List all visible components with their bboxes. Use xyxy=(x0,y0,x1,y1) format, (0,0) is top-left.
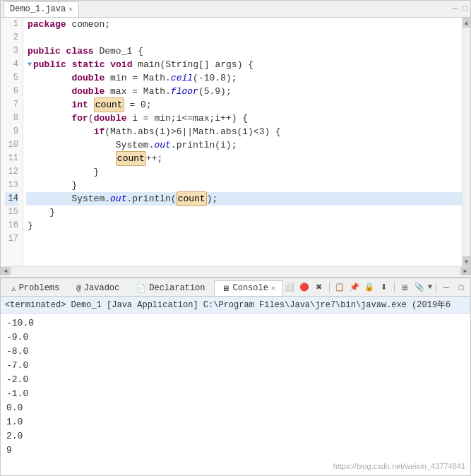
token: double xyxy=(94,112,133,125)
output-line-10: 9 xyxy=(6,444,465,458)
console-toolbar: ⬜ 🔴 ✖ 📋 📌 🔒 ⬇ 🖥 📎 ▼ ─ □ xyxy=(283,281,467,294)
token: comeon; xyxy=(71,18,110,31)
code-line-11: count++; xyxy=(26,152,462,165)
hscroll-right-btn[interactable]: ▶ xyxy=(460,267,470,275)
clear-console-btn[interactable]: ⬜ xyxy=(283,281,296,294)
token: out xyxy=(154,138,170,152)
fold-arrow-icon[interactable]: ▼ xyxy=(28,58,32,71)
token: main(String[] args) { xyxy=(138,58,254,71)
output-line-5: -2.0 xyxy=(6,373,465,387)
token: static xyxy=(72,58,111,71)
copy-btn[interactable]: 📋 xyxy=(333,281,346,294)
console-output: -10.0 -9.0 -8.0 -7.0 -2.0 -1.0 0.0 1.0 2… xyxy=(1,314,470,475)
token: ceil xyxy=(171,71,193,85)
code-line-5: double min = Math.ceil(-10.8); xyxy=(26,71,462,85)
scroll-lock-btn[interactable]: 🔒 xyxy=(363,281,376,294)
hscroll-left-btn[interactable]: ◀ xyxy=(1,267,11,275)
editor-tab-demo1[interactable]: Demo_1.java ✕ xyxy=(4,1,79,17)
scrollbar-track[interactable] xyxy=(463,28,471,256)
tab-console[interactable]: 🖥 Console ✕ xyxy=(214,280,282,296)
token: ); xyxy=(207,192,218,206)
scroll-end-btn[interactable]: ⬇ xyxy=(378,281,390,294)
token: (5.9); xyxy=(198,85,232,98)
token: max = Math. xyxy=(110,85,171,98)
token: System. xyxy=(28,192,110,206)
code-line-3: public class Demo_1 { xyxy=(26,44,462,58)
editor-scrollbar[interactable]: ▲ ▼ xyxy=(462,18,470,266)
console-close-icon[interactable]: ✕ xyxy=(271,284,275,292)
token: Demo_1 { xyxy=(99,44,143,58)
output-line-7: 0.0 xyxy=(6,401,465,415)
pin-btn[interactable]: 📎 xyxy=(413,281,426,294)
count-token-11: count xyxy=(116,151,146,166)
editor-tab-controls: ─ □ xyxy=(453,5,467,13)
token: if xyxy=(94,125,105,138)
code-line-2 xyxy=(26,31,462,44)
maximize-icon[interactable]: □ xyxy=(463,5,467,13)
ln-13: 13 xyxy=(5,179,18,192)
maximize-panel-btn[interactable]: □ xyxy=(455,281,467,294)
code-line-10: System.out.println(i); xyxy=(26,138,462,152)
remove-launch-btn[interactable]: ✖ xyxy=(313,281,326,294)
token: void xyxy=(110,58,138,71)
tab-javadoc-label: Javadoc xyxy=(84,283,119,293)
code-area[interactable]: package comeon; public class Demo_1 { ▼p… xyxy=(23,18,462,266)
ln-15: 15 xyxy=(5,206,18,219)
console-panel: ⚠ Problems @ Javadoc 📄 Declaration 🖥 Con… xyxy=(0,277,471,476)
tab-problems[interactable]: ⚠ Problems xyxy=(4,280,67,296)
scroll-down-btn[interactable]: ▼ xyxy=(463,256,471,266)
tab-console-label: Console xyxy=(232,283,268,293)
token: floor xyxy=(171,85,198,98)
token xyxy=(28,125,94,138)
editor-hscrollbar[interactable]: ◀ ▶ xyxy=(1,266,470,275)
ln-1: 1 xyxy=(5,18,18,31)
tab-label: Demo_1.java xyxy=(10,4,66,14)
terminate-btn[interactable]: 🔴 xyxy=(298,281,311,294)
editor-tab-bar: Demo_1.java ✕ ─ □ xyxy=(1,1,470,18)
minimize-panel-btn[interactable]: ─ xyxy=(440,281,453,294)
ln-10: 10 xyxy=(5,138,18,152)
token: .println(i); xyxy=(171,138,237,152)
token xyxy=(28,85,71,98)
paste-btn[interactable]: 📌 xyxy=(348,281,361,294)
token: } xyxy=(28,219,33,232)
line-numbers: 1 2 3 4 5 6 7 8 9 10 11 12 13 14 15 16 1… xyxy=(1,18,23,266)
console-tabs: ⚠ Problems @ Javadoc 📄 Declaration 🖥 Con… xyxy=(4,278,283,296)
ln-6: 6 xyxy=(5,85,18,98)
token: int xyxy=(71,98,93,112)
token: } xyxy=(28,206,55,219)
tab-close-icon[interactable]: ✕ xyxy=(68,5,73,13)
ln-12: 12 xyxy=(5,165,18,179)
editor-panel: Demo_1.java ✕ ─ □ 1 2 3 4 5 6 7 8 9 10 1… xyxy=(0,0,471,275)
javadoc-icon: @ xyxy=(76,284,81,292)
scroll-up-btn[interactable]: ▲ xyxy=(463,18,471,28)
code-line-4: ▼public static void main(String[] args) … xyxy=(26,58,462,71)
dropdown-arrow[interactable]: ▼ xyxy=(428,283,432,291)
token: } xyxy=(28,179,77,192)
code-line-16: } xyxy=(26,219,462,232)
new-console-btn[interactable]: 🖥 xyxy=(398,281,411,294)
ln-14: 14 xyxy=(5,192,18,206)
count-token-7: count xyxy=(94,97,124,112)
token: (Math.abs(i)>6||Math.abs(i)<3) { xyxy=(105,125,281,138)
minimize-icon[interactable]: ─ xyxy=(453,5,458,13)
token: System. xyxy=(28,138,154,152)
token: = 0; xyxy=(124,98,152,112)
code-line-15: } xyxy=(26,206,462,219)
code-line-1: package comeon; xyxy=(26,18,462,31)
ln-4: 4 xyxy=(5,58,18,71)
tab-javadoc[interactable]: @ Javadoc xyxy=(68,280,127,296)
token: (-10.8); xyxy=(193,71,237,85)
code-line-14: System.out.println(count); xyxy=(26,192,462,206)
token xyxy=(28,98,71,112)
hscrollbar-track[interactable] xyxy=(11,267,460,275)
tab-declaration[interactable]: 📄 Declaration xyxy=(129,280,213,296)
code-line-6: double max = Math.floor(5.9); xyxy=(26,85,462,98)
console-header: <terminated> Demo_1 [Java Application] C… xyxy=(1,297,470,314)
toolbar-sep-2 xyxy=(394,282,395,292)
code-line-17 xyxy=(26,232,462,246)
ln-17: 17 xyxy=(5,232,18,246)
output-line-2: -9.0 xyxy=(6,331,465,345)
ln-5: 5 xyxy=(5,71,18,85)
toolbar-sep-1 xyxy=(329,282,330,292)
